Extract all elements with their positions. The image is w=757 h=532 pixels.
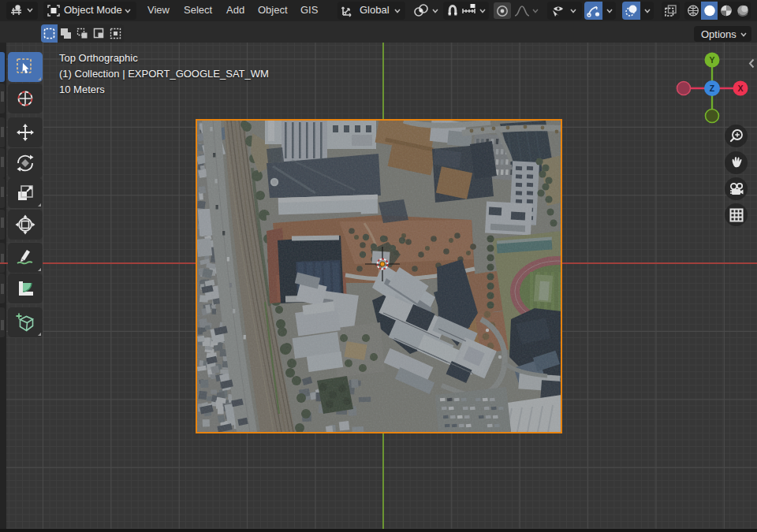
svg-text:Y: Y <box>709 55 714 65</box>
svg-text:X: X <box>737 84 743 93</box>
svg-text:Z: Z <box>710 84 715 93</box>
